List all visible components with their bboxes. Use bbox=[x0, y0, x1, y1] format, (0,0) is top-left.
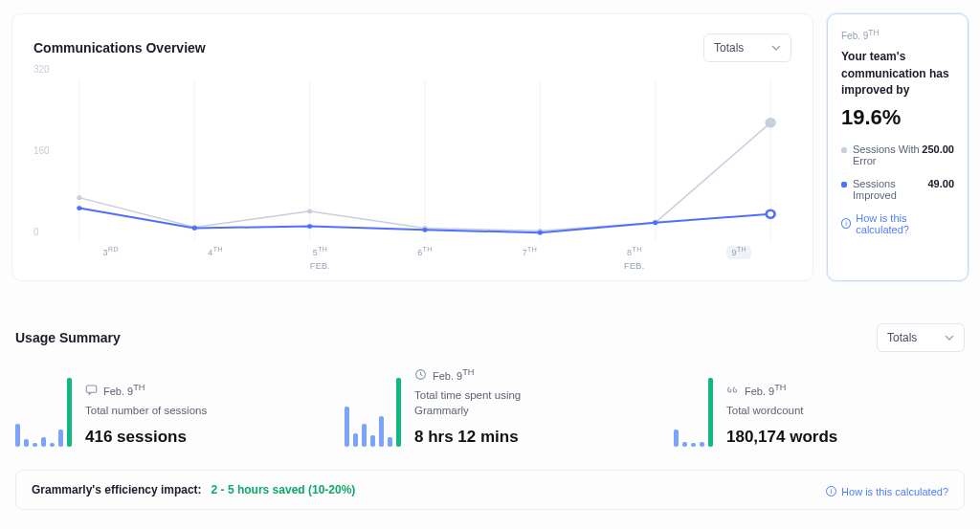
svg-rect-21 bbox=[86, 386, 97, 392]
summary-percent: 19.6% bbox=[841, 105, 954, 130]
summary-date: Feb. 9TH bbox=[841, 28, 954, 41]
how-calculated-link[interactable]: i How is this calculated? bbox=[841, 212, 954, 235]
usage-label: Total number of sessions bbox=[85, 403, 207, 418]
x-tick[interactable]: 7TH bbox=[478, 246, 582, 271]
svg-point-15 bbox=[192, 226, 197, 231]
usage-selector-label: Totals bbox=[887, 331, 917, 344]
legend-dot bbox=[841, 182, 847, 187]
x-tick[interactable]: 4TH bbox=[163, 246, 267, 271]
x-tick[interactable]: 3RD bbox=[58, 246, 163, 271]
chevron-down-icon bbox=[945, 333, 954, 342]
y-axis: 0160320 bbox=[33, 79, 58, 242]
overview-line-chart[interactable]: 0160320 bbox=[33, 79, 791, 242]
overview-title: Communications Overview bbox=[33, 40, 206, 55]
svg-point-20 bbox=[767, 210, 775, 218]
info-icon: i bbox=[841, 218, 851, 229]
x-tick[interactable]: 9TH bbox=[687, 246, 791, 271]
svg-point-19 bbox=[653, 220, 657, 225]
legend-row: Sessions With Error250.00 bbox=[841, 143, 954, 166]
usage-item: Feb. 9THTotal wordcount180,174 words bbox=[674, 367, 965, 447]
summary-headline: Your team's communication has improved b… bbox=[841, 49, 954, 99]
svg-point-18 bbox=[538, 231, 543, 235]
svg-point-7 bbox=[77, 195, 81, 200]
plot-area bbox=[58, 79, 791, 242]
clock-icon bbox=[414, 368, 427, 381]
info-icon: i bbox=[826, 486, 836, 496]
impact-how-calculated-link[interactable]: i How is this calculated? bbox=[826, 486, 948, 497]
usage-value: 416 sessions bbox=[85, 428, 207, 447]
x-axis: 3RD4TH5THFEB.6TH7TH8THFEB.9TH bbox=[58, 246, 791, 271]
sparkline-bars bbox=[674, 376, 713, 447]
chevron-down-icon bbox=[771, 43, 781, 53]
quote-icon bbox=[726, 384, 739, 396]
x-tick[interactable]: 6TH bbox=[372, 246, 477, 271]
overview-selector[interactable]: Totals bbox=[703, 33, 791, 62]
chat-icon bbox=[85, 384, 98, 396]
usage-title: Usage Summary bbox=[15, 330, 121, 345]
usage-item: Feb. 9THTotal time spent using Grammarly… bbox=[345, 367, 635, 447]
usage-label: Total wordcount bbox=[726, 403, 837, 418]
usage-value: 180,174 words bbox=[726, 428, 837, 447]
svg-point-17 bbox=[422, 228, 427, 232]
x-tick[interactable]: 8THFEB. bbox=[582, 246, 686, 271]
overview-summary-card: Feb. 9TH Your team's communication has i… bbox=[827, 13, 969, 281]
usage-selector[interactable]: Totals bbox=[877, 323, 965, 352]
sparkline-bars bbox=[15, 376, 72, 447]
efficiency-impact-bar: Grammarly's efficiency impact: 2 - 5 hou… bbox=[15, 470, 965, 510]
y-tick: 0 bbox=[33, 227, 39, 237]
y-tick: 320 bbox=[33, 64, 50, 75]
communications-overview-card: Communications Overview Totals 0160320 3… bbox=[11, 13, 813, 281]
legend-dot bbox=[841, 147, 847, 153]
impact-label: Grammarly's efficiency impact: bbox=[32, 483, 202, 496]
svg-point-14 bbox=[77, 206, 81, 210]
svg-point-13 bbox=[767, 119, 775, 126]
usage-item: Feb. 9THTotal number of sessions416 sess… bbox=[15, 367, 306, 447]
usage-value: 8 hrs 12 mins bbox=[414, 428, 558, 447]
svg-point-16 bbox=[307, 224, 312, 229]
impact-value: 2 - 5 hours saved (10-20%) bbox=[212, 483, 356, 496]
usage-label: Total time spent using Grammarly bbox=[414, 387, 558, 418]
svg-point-9 bbox=[307, 209, 312, 213]
x-tick[interactable]: 5THFEB. bbox=[268, 246, 372, 271]
legend-row: Sessions Improved49.00 bbox=[841, 178, 954, 201]
overview-selector-label: Totals bbox=[714, 41, 744, 55]
sparkline-bars bbox=[345, 376, 401, 447]
y-tick: 160 bbox=[33, 145, 50, 156]
